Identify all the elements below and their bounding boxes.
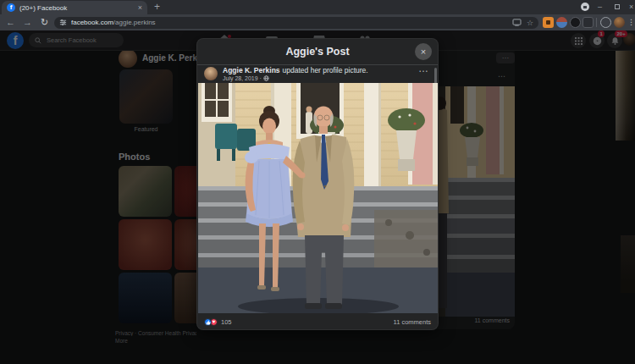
address-bar[interactable]: facebook.com/aggie.perkins ☆ — [54, 17, 538, 29]
browser-profile-avatar[interactable] — [614, 17, 625, 28]
cast-icon[interactable] — [512, 19, 522, 26]
tab-title: (20+) Facebook — [19, 4, 135, 12]
post-author-name[interactable]: Aggie K. Perkins — [223, 66, 280, 74]
post-photo-illustration — [198, 83, 439, 313]
minimize-button[interactable]: – — [598, 2, 602, 12]
browser-tab-strip: f (20+) Facebook × + – × — [0, 0, 635, 14]
post-photo[interactable] — [198, 83, 439, 313]
post-modal: Aggie's Post × Aggie K. Perkinsupdated h… — [196, 38, 439, 330]
post-date-text: July 28, 2019 · — [223, 75, 262, 81]
window-close-button[interactable]: × — [629, 2, 633, 12]
post-footer: ♥ 105 11 comments — [197, 313, 438, 330]
maximize-button[interactable] — [615, 4, 620, 9]
post-header-text: Aggie K. Perkinsupdated her profile pict… — [223, 66, 368, 74]
extension-icon-2[interactable] — [556, 17, 567, 28]
back-button[interactable]: ← — [4, 16, 17, 29]
extension-icon-3[interactable] — [570, 17, 581, 28]
browser-toolbar: ← → ↻ facebook.com/aggie.perkins ☆ ⋮ — [0, 14, 635, 30]
url-path: /aggie.perkins — [113, 19, 156, 26]
post-author-avatar[interactable] — [204, 67, 218, 80]
browser-window: f (20+) Facebook × + – × ← → ↻ facebook.… — [0, 0, 635, 364]
extension-icon-4[interactable] — [583, 17, 594, 28]
tab-search-button[interactable] — [581, 3, 589, 11]
post-date[interactable]: July 28, 2019 · — [223, 75, 269, 81]
like-icon — [204, 318, 212, 326]
forward-button[interactable]: → — [21, 16, 34, 29]
modal-close-button[interactable]: × — [415, 43, 432, 60]
browser-tab[interactable]: f (20+) Facebook × — [2, 1, 147, 14]
extensions-menu-icon[interactable] — [600, 17, 611, 28]
comments-count[interactable]: 11 comments — [394, 318, 431, 326]
url-host: facebook.com — [71, 19, 113, 26]
toolbar-separator — [596, 18, 597, 27]
facebook-favicon: f — [7, 3, 15, 12]
privacy-globe-icon — [263, 75, 269, 81]
url-text: facebook.com/aggie.perkins — [71, 17, 507, 29]
post-action-text: updated her profile picture. — [283, 66, 368, 74]
reactions-summary[interactable]: ♥ 105 — [204, 318, 232, 326]
site-info-icon[interactable] — [59, 19, 67, 26]
modal-title: Aggie's Post — [197, 39, 438, 64]
bookmark-star-icon[interactable]: ☆ — [527, 17, 533, 29]
tab-close-icon[interactable]: × — [138, 3, 142, 12]
extension-icon-1[interactable] — [543, 17, 554, 28]
browser-menu-button[interactable]: ⋮ — [627, 16, 635, 29]
modal-divider — [197, 64, 438, 65]
post-more-button[interactable]: … — [418, 63, 428, 74]
facebook-page: f — [0, 30, 635, 364]
new-tab-button[interactable]: + — [154, 2, 160, 13]
reload-button[interactable]: ↻ — [38, 16, 51, 29]
reactions-count: 105 — [221, 318, 232, 326]
